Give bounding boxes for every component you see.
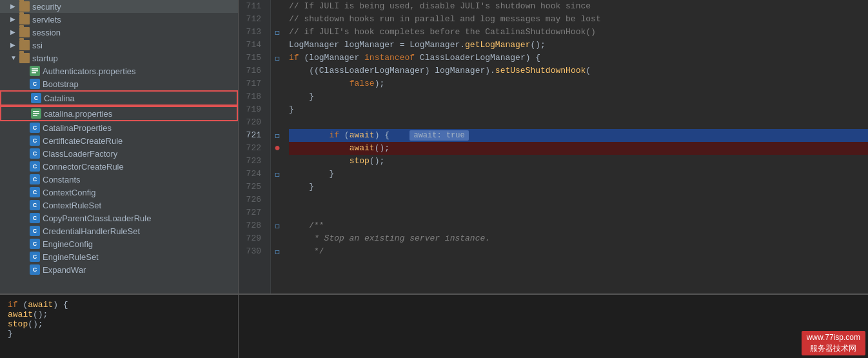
- sidebar-item-label: ConnectorCreateRule: [43, 162, 124, 172]
- java-icon: C: [30, 79, 40, 89]
- java-icon: C: [30, 239, 40, 249]
- folder-icon: [19, 14, 30, 25]
- sidebar-item-engineconfig[interactable]: C EngineConfig: [0, 237, 238, 250]
- arrow-icon: [21, 163, 28, 170]
- folder-icon: [19, 53, 30, 63]
- sidebar-item-label: session: [32, 28, 61, 37]
- bottom-code-preview: if (await) { await(); stop(); }: [0, 295, 239, 358]
- arrow-icon: [10, 41, 18, 49]
- java-icon: C: [30, 264, 40, 275]
- sidebar-item-copyparentclassloaderrule[interactable]: C CopyParentClassLoaderRule: [0, 212, 238, 224]
- code-line-723: stop();: [289, 155, 868, 168]
- sidebar-item-catalinaproperties-class[interactable]: C CatalinaProperties: [0, 121, 238, 134]
- arrow-icon: [21, 214, 28, 222]
- watermark: www.77isp.com 服务器技术网: [802, 331, 865, 355]
- arrow-icon: [10, 54, 18, 62]
- sidebar-item-label: security: [32, 2, 61, 12]
- watermark-line2: 服务器技术网: [807, 343, 860, 354]
- java-icon: C: [31, 93, 41, 103]
- preview-line-4: }: [8, 329, 230, 339]
- sidebar-item-label: EngineRuleSet: [43, 252, 99, 262]
- code-line-721: if (await) { await: true: [289, 129, 868, 142]
- sidebar-item-label: CredentialHandlerRuleSet: [43, 226, 140, 236]
- sidebar-item-label: CertificateCreateRule: [43, 136, 123, 146]
- arrow-icon: [21, 188, 28, 196]
- code-line-727: [289, 206, 868, 219]
- preview-line-1: if (await) {: [8, 300, 230, 310]
- arrow-icon: [21, 175, 28, 183]
- sidebar-item-session[interactable]: session: [0, 26, 238, 39]
- code-line-724: }: [289, 168, 868, 181]
- arrow-icon: [21, 80, 28, 88]
- code-line-726: [289, 194, 868, 206]
- svg-rect-2: [32, 72, 36, 74]
- sidebar-item-servlets[interactable]: servlets: [0, 13, 238, 26]
- bottom-right-area: www.77isp.com 服务器技术网: [239, 295, 868, 358]
- sidebar-item-ssi[interactable]: ssi: [0, 39, 238, 52]
- java-icon: C: [30, 200, 40, 210]
- sidebar-item-expandwar[interactable]: C ExpandWar: [0, 263, 238, 276]
- sidebar-item-credentialhandlerruleset[interactable]: C CredentialHandlerRuleSet: [0, 224, 238, 237]
- svg-rect-1: [32, 70, 38, 72]
- svg-rect-4: [33, 113, 39, 114]
- folder-icon: [19, 1, 30, 12]
- code-line-730: */: [289, 245, 868, 258]
- sidebar-item-classloaderfactory[interactable]: C ClassLoaderFactory: [0, 147, 238, 160]
- arrow-icon: [22, 110, 30, 117]
- watermark-line1: www.77isp.com: [807, 332, 860, 343]
- sidebar-item-startup[interactable]: startup: [0, 52, 238, 65]
- java-icon: C: [30, 161, 40, 172]
- sidebar-item-constants[interactable]: C Constants: [0, 173, 238, 186]
- sidebar-item-contextconfig[interactable]: C ContextConfig: [0, 186, 238, 199]
- arrow-icon: [10, 3, 18, 10]
- code-editor[interactable]: 711 712 713 714 715 716 717 718 719 720 …: [239, 0, 868, 293]
- java-icon: C: [30, 174, 40, 184]
- code-line-717: false);: [289, 77, 868, 90]
- java-icon: C: [30, 135, 40, 146]
- sidebar-item-security[interactable]: security: [0, 0, 238, 13]
- java-icon: C: [30, 213, 40, 223]
- sidebar-item-label: servlets: [32, 15, 61, 25]
- sidebar-item-certificatecreaterule[interactable]: C CertificateCreateRule: [0, 134, 238, 147]
- sidebar-item-catalina[interactable]: C Catalina: [0, 90, 238, 106]
- java-icon: C: [30, 148, 40, 159]
- sidebar-item-catalina-properties[interactable]: catalina.properties: [0, 106, 238, 121]
- arrow-icon: [22, 94, 30, 102]
- bottom-panel: if (await) { await(); stop(); } www.77is…: [0, 293, 868, 358]
- sidebar-item-label: catalina.properties: [44, 109, 112, 119]
- arrow-icon: [21, 266, 28, 273]
- sidebar-item-connectorcreaterule[interactable]: C ConnectorCreateRule: [0, 160, 238, 173]
- code-content[interactable]: // If JULI is being used, disable JULI's…: [284, 0, 868, 293]
- sidebar-item-label: CatalinaProperties: [43, 123, 112, 133]
- code-line-714: LogManager logManager = LogManager.getLo…: [289, 39, 868, 52]
- sidebar-item-label: CopyParentClassLoaderRule: [43, 214, 151, 223]
- sidebar-item-bootstrap[interactable]: C Bootstrap: [0, 77, 238, 90]
- code-line-725: }: [289, 181, 868, 194]
- arrow-icon: [21, 124, 28, 132]
- arrow-icon: [21, 150, 28, 157]
- folder-icon: [19, 27, 30, 37]
- editor-gutter: ◻ ◻ ◻ ● ◻ ◻ ◻: [271, 0, 284, 293]
- arrow-icon: [21, 201, 28, 209]
- arrow-icon: [21, 137, 28, 144]
- sidebar-item-authenticators[interactable]: Authenticators.properties: [0, 65, 238, 77]
- line-numbers: 711 712 713 714 715 716 717 718 719 720 …: [239, 0, 271, 293]
- code-line-716: ((ClassLoaderLogManager) logManager).set…: [289, 65, 868, 77]
- code-line-711: // If JULI is being used, disable JULI's…: [289, 0, 868, 13]
- sidebar-item-label: ContextRuleSet: [43, 201, 101, 210]
- sidebar-item-label: Constants: [43, 175, 81, 184]
- code-line-720: [289, 116, 868, 129]
- file-tree[interactable]: security servlets session ssi startup: [0, 0, 239, 293]
- arrow-icon: [21, 253, 28, 261]
- arrow-icon: [10, 15, 18, 23]
- code-line-713: // if JULI's hook completes before the C…: [289, 26, 868, 39]
- sidebar-item-label: ssi: [32, 41, 43, 50]
- code-line-715: if (logManager instanceof ClassLoaderLog…: [289, 52, 868, 65]
- sidebar-item-label: EngineConfig: [43, 239, 93, 249]
- sidebar-item-label: Bootstrap: [43, 79, 79, 89]
- code-line-729: * Stop an existing server instance.: [289, 232, 868, 245]
- sidebar-item-engineruleset[interactable]: C EngineRuleSet: [0, 250, 238, 263]
- sidebar-item-label: Catalina: [44, 94, 75, 103]
- sidebar-item-contextruleset[interactable]: C ContextRuleSet: [0, 199, 238, 212]
- svg-rect-3: [33, 111, 39, 112]
